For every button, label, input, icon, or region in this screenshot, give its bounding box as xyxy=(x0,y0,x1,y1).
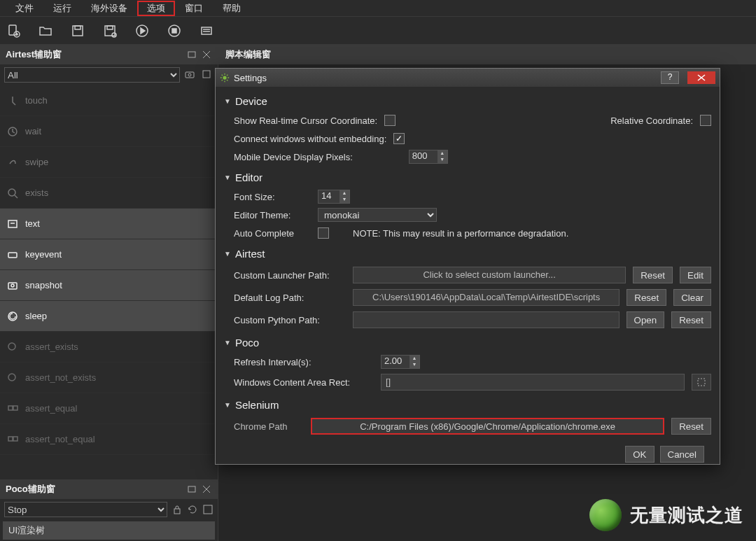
font-label: Font Size: xyxy=(234,192,311,202)
menu-run[interactable]: 运行 xyxy=(43,2,81,15)
ok-button[interactable]: OK xyxy=(625,446,654,463)
pixels-input[interactable]: 800▲▼ xyxy=(409,150,448,164)
inspect-icon[interactable] xyxy=(202,504,214,515)
touch-icon xyxy=(7,95,18,106)
theme-select[interactable]: monokai xyxy=(318,208,437,222)
svg-rect-12 xyxy=(172,29,176,33)
section-device[interactable]: Device xyxy=(224,95,711,107)
list-item[interactable]: sleep xyxy=(0,301,218,332)
svg-rect-6 xyxy=(105,26,115,36)
refresh-icon[interactable] xyxy=(187,504,198,515)
snapshot-icon xyxy=(7,280,18,291)
pixels-label: Mobile Device Display Pixels: xyxy=(234,152,353,162)
list-item[interactable]: text xyxy=(0,209,218,239)
theme-label: Editor Theme: xyxy=(234,210,311,220)
list-item[interactable]: touch xyxy=(0,85,218,116)
list-item[interactable]: wait xyxy=(0,116,218,147)
section-poco[interactable]: Poco xyxy=(224,337,711,349)
gear-icon xyxy=(220,73,230,83)
list-item[interactable]: swipe xyxy=(0,147,218,178)
capture-icon[interactable] xyxy=(201,69,214,81)
embed-checkbox[interactable] xyxy=(393,133,405,144)
log-reset-button[interactable]: Reset xyxy=(626,289,666,306)
relative-checkbox[interactable] xyxy=(700,115,711,126)
stop-icon[interactable] xyxy=(167,23,182,38)
close-icon[interactable] xyxy=(201,484,212,495)
chrome-reset-button[interactable]: Reset xyxy=(671,418,711,435)
svg-rect-37 xyxy=(188,486,195,492)
open-folder-icon[interactable] xyxy=(38,23,53,38)
exists-icon xyxy=(7,188,18,199)
airtest-filter-select[interactable]: All xyxy=(4,67,180,83)
keyevent-icon xyxy=(7,249,18,260)
log-path-field[interactable]: C:\Users\190146\AppData\Local\Temp\Airte… xyxy=(353,289,620,306)
list-item[interactable]: assert_not_equal xyxy=(0,424,218,455)
menu-window[interactable]: 窗口 xyxy=(175,2,213,15)
python-open-button[interactable]: Open xyxy=(626,311,665,328)
menu-file[interactable]: 文件 xyxy=(6,2,43,15)
menu-device[interactable]: 海外设备 xyxy=(81,2,137,15)
menubar: 文件 运行 海外设备 选项 窗口 帮助 xyxy=(0,0,756,17)
menu-options[interactable]: 选项 xyxy=(137,1,175,16)
refresh-input[interactable]: 2.00▲▼ xyxy=(381,355,420,369)
wechat-logo-icon xyxy=(589,499,622,531)
close-icon[interactable] xyxy=(201,49,212,60)
section-editor[interactable]: Editor xyxy=(224,171,711,183)
svg-rect-4 xyxy=(73,26,83,36)
launcher-path-button[interactable]: Click to select custom launcher... xyxy=(353,267,626,283)
log-clear-button[interactable]: Clear xyxy=(673,289,711,306)
python-label: Custom Python Path: xyxy=(234,315,346,325)
poco-mode-select[interactable]: Stop xyxy=(4,502,167,517)
swipe-icon xyxy=(7,157,18,168)
list-item[interactable]: assert_exists xyxy=(0,332,218,363)
relative-label: Relative Coordinate: xyxy=(610,115,693,126)
poco-tree-root[interactable]: UI渲染树 xyxy=(3,521,215,540)
log-icon[interactable] xyxy=(199,23,214,38)
launcher-reset-button[interactable]: Reset xyxy=(633,267,673,283)
assert-icon xyxy=(7,403,18,414)
svg-rect-41 xyxy=(204,505,212,514)
text-icon xyxy=(7,218,18,230)
svg-rect-5 xyxy=(75,26,80,29)
cancel-button[interactable]: Cancel xyxy=(660,446,705,463)
python-reset-button[interactable]: Reset xyxy=(671,311,711,328)
realtime-checkbox[interactable] xyxy=(384,115,396,126)
script-panel-title: 脚本编辑窗 xyxy=(218,45,756,64)
watermark-text: 无量测试之道 xyxy=(630,503,743,528)
python-path-field[interactable] xyxy=(353,311,620,328)
sleep-icon xyxy=(7,311,18,322)
rect-field[interactable]: [] xyxy=(381,374,685,391)
help-button[interactable]: ? xyxy=(661,71,679,84)
launcher-edit-button[interactable]: Edit xyxy=(680,267,711,283)
dialog-title: Settings xyxy=(234,73,657,83)
menu-help[interactable]: 帮助 xyxy=(213,2,251,15)
list-item[interactable]: assert_not_exists xyxy=(0,363,218,393)
dialog-titlebar[interactable]: Settings ? xyxy=(216,69,720,87)
font-size-input[interactable]: 14▲▼ xyxy=(318,190,350,204)
list-item[interactable]: snapshot xyxy=(0,270,218,301)
chrome-path-field[interactable]: C:/Program Files (x86)/Google/Chrome/App… xyxy=(311,418,664,435)
poco-panel-title: Poco辅助窗 xyxy=(0,479,218,499)
list-item[interactable]: assert_equal xyxy=(0,393,218,424)
save-as-icon[interactable] xyxy=(102,23,118,38)
list-item[interactable]: keyevent xyxy=(0,239,218,270)
log-label: Default Log Path: xyxy=(234,293,346,303)
detach-icon[interactable] xyxy=(187,484,198,495)
settings-dialog: Settings ? Device Show Real-time Cursor … xyxy=(215,68,720,465)
detach-icon[interactable] xyxy=(187,49,198,60)
close-button[interactable] xyxy=(687,71,715,84)
assert-icon xyxy=(7,372,18,384)
new-file-icon[interactable] xyxy=(6,23,21,38)
section-selenium[interactable]: Selenium xyxy=(224,399,711,411)
svg-rect-0 xyxy=(9,25,16,35)
camera-icon[interactable] xyxy=(184,69,197,81)
autocomplete-checkbox[interactable] xyxy=(318,227,329,239)
list-item[interactable]: exists xyxy=(0,178,218,209)
rect-expand-button[interactable] xyxy=(692,374,711,391)
lock-icon[interactable] xyxy=(172,504,183,515)
save-icon[interactable] xyxy=(70,23,85,38)
svg-rect-27 xyxy=(8,253,17,258)
play-icon[interactable] xyxy=(134,23,150,38)
section-airtest[interactable]: Airtest xyxy=(224,248,711,260)
rect-label: Windows Content Area Rect: xyxy=(234,377,374,388)
